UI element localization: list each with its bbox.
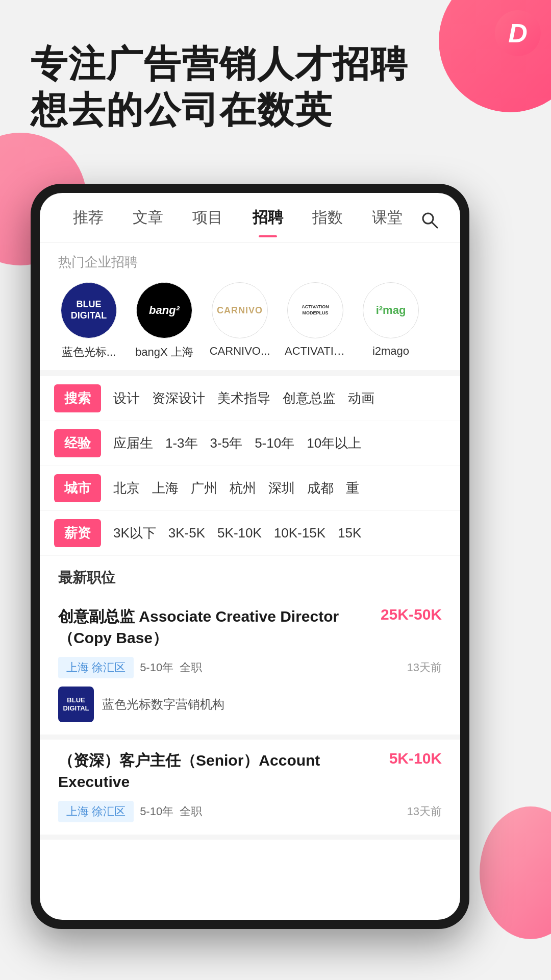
job-exp-2: 5-10年: [140, 804, 173, 819]
filter-option-animation[interactable]: 动画: [348, 389, 374, 407]
section-divider: [40, 370, 460, 376]
filter-option-art-director[interactable]: 美术指导: [217, 389, 270, 407]
job-card-2[interactable]: （资深）客户主任（Senior）Account Executive 5K-10K…: [40, 740, 460, 840]
company-item-bangx[interactable]: bang² bangX 上海: [134, 282, 195, 360]
hero-title: 专注广告营销人才招聘 想去的公司在数英: [31, 41, 480, 133]
job-title-1: 创意副总监 Associate Creative Director（Copy B…: [58, 606, 370, 649]
filter-option-3k-5k[interactable]: 3K-5K: [168, 525, 205, 541]
filter-row-city: 城市 北京 上海 广州 杭州 深圳 成都 重: [40, 466, 460, 511]
phone-frame: 推荐 文章 项目 招聘 指数 课堂 热门企业招聘 B: [31, 184, 469, 929]
filter-option-1-3[interactable]: 1-3年: [165, 434, 198, 452]
filter-section: 搜索 设计 资深设计 美术指导 创意总监 动画 经验 应届生 1-3年 3-5年…: [40, 376, 460, 556]
filter-badge-salary[interactable]: 薪资: [54, 519, 101, 547]
jobs-label: 最新职位: [40, 556, 460, 596]
filter-option-hangzhou[interactable]: 杭州: [230, 479, 256, 497]
company-name-bangx: bangX 上海: [135, 345, 193, 360]
filter-badge-experience[interactable]: 经验: [54, 429, 101, 457]
job-title-row-1: 创意副总监 Associate Creative Director（Copy B…: [58, 606, 442, 649]
filter-option-design[interactable]: 设计: [113, 389, 140, 407]
filter-option-chengdu[interactable]: 成都: [307, 479, 334, 497]
company-logo-bangx: bang²: [136, 282, 192, 338]
filter-badge-search[interactable]: 搜索: [54, 384, 101, 412]
nav-bar: 推荐 文章 项目 招聘 指数 课堂: [40, 193, 460, 243]
job-card-1[interactable]: 创意副总监 Associate Creative Director（Copy B…: [40, 596, 460, 740]
filter-option-senior-design[interactable]: 资深设计: [152, 389, 205, 407]
company-name-activation: ACTIVATIO...: [285, 345, 346, 358]
filter-option-3-5[interactable]: 3-5年: [210, 434, 243, 452]
jobs-section: 最新职位 创意副总监 Associate Creative Director（C…: [40, 556, 460, 920]
filter-option-10k-15k[interactable]: 10K-15K: [274, 525, 325, 541]
filter-badge-city[interactable]: 城市: [54, 474, 101, 502]
company-item-carnivo[interactable]: CARNIVO CARNIVO...: [209, 282, 270, 360]
job-tags-row-1: 上海 徐汇区 5-10年 全职 13天前: [58, 657, 442, 678]
filter-row-search: 搜索 设计 资深设计 美术指导 创意总监 动画: [40, 376, 460, 421]
filter-option-3k-below[interactable]: 3K以下: [113, 524, 156, 542]
job-salary-1: 25K-50K: [381, 606, 442, 623]
filter-option-fresh[interactable]: 应届生: [113, 434, 153, 452]
job-type-1: 全职: [180, 660, 202, 675]
filter-row-experience: 经验 应届生 1-3年 3-5年 5-10年 10年以上: [40, 421, 460, 466]
job-date-1: 13天前: [407, 660, 442, 675]
job-date-2: 13天前: [407, 804, 442, 819]
company-name-blue-digital: 蓝色光标...: [62, 345, 116, 360]
company-logo-blue-digital: BLUEDIGITAL: [61, 282, 117, 338]
hot-companies-label: 热门企业招聘: [40, 243, 460, 277]
job-location-2: 上海 徐汇区: [58, 801, 134, 822]
phone-wrapper: 推荐 文章 项目 招聘 指数 课堂 热门企业招聘 B: [31, 184, 551, 980]
companies-list: BLUEDIGITAL 蓝色光标... bang² bangX 上海 CARNI…: [40, 277, 460, 370]
job-salary-2: 5K-10K: [389, 750, 442, 767]
filter-option-more-city[interactable]: 重: [346, 479, 359, 497]
nav-item-recommend[interactable]: 推荐: [58, 207, 118, 232]
job-location-1: 上海 徐汇区: [58, 657, 134, 678]
filter-option-5-10[interactable]: 5-10年: [255, 434, 294, 452]
logo-letter: D: [508, 18, 528, 48]
filter-row-salary: 薪资 3K以下 3K-5K 5K-10K 10K-15K 15K: [40, 511, 460, 556]
filter-option-shenzhen[interactable]: 深圳: [268, 479, 295, 497]
company-row-1: BLUEDIGITAL 蓝色光标数字营销机构: [58, 687, 442, 722]
nav-item-course[interactable]: 课堂: [358, 207, 417, 232]
company-name-carnivo: CARNIVO...: [210, 345, 270, 358]
phone-screen: 推荐 文章 项目 招聘 指数 课堂 热门企业招聘 B: [40, 193, 460, 920]
job-title-row-2: （资深）客户主任（Senior）Account Executive 5K-10K: [58, 750, 442, 793]
hero-line1: 专注广告营销人才招聘: [31, 43, 408, 84]
job-title-2: （资深）客户主任（Senior）Account Executive: [58, 750, 379, 793]
filter-option-5k-10k[interactable]: 5K-10K: [217, 525, 262, 541]
search-icon[interactable]: [417, 208, 442, 232]
company-logo-i2mago: i²mag: [363, 282, 419, 338]
svg-line-1: [432, 223, 437, 228]
nav-item-jobs[interactable]: 招聘: [238, 207, 297, 232]
company-mini-logo-1: BLUEDIGITAL: [58, 687, 94, 722]
job-exp-1: 5-10年: [140, 660, 173, 675]
nav-item-article[interactable]: 文章: [118, 207, 178, 232]
filter-option-creative-director[interactable]: 创意总监: [283, 389, 336, 407]
hero-section: 专注广告营销人才招聘 想去的公司在数英: [31, 41, 480, 133]
hero-line2: 想去的公司在数英: [31, 89, 333, 130]
filter-option-guangzhou[interactable]: 广州: [191, 479, 217, 497]
company-logo-carnivo: CARNIVO: [212, 282, 268, 338]
job-type-2: 全职: [180, 804, 202, 819]
company-name-i2mago: i2mago: [372, 345, 409, 358]
nav-item-index[interactable]: 指数: [297, 207, 357, 232]
nav-item-project[interactable]: 项目: [178, 207, 238, 232]
filter-option-shanghai[interactable]: 上海: [152, 479, 179, 497]
company-mini-name-1: 蓝色光标数字营销机构: [102, 696, 224, 713]
filter-option-10plus[interactable]: 10年以上: [307, 434, 361, 452]
company-item-i2mago[interactable]: i²mag i2mago: [360, 282, 421, 360]
filter-option-15kplus[interactable]: 15K: [338, 525, 361, 541]
company-item-activation[interactable]: ACTIVATIONMODEPLUS ACTIVATIO...: [285, 282, 346, 360]
company-item-blue-digital[interactable]: BLUEDIGITAL 蓝色光标...: [58, 282, 119, 360]
app-logo[interactable]: D: [495, 10, 541, 56]
filter-option-beijing[interactable]: 北京: [113, 479, 140, 497]
company-logo-activation: ACTIVATIONMODEPLUS: [287, 282, 343, 338]
job-tags-row-2: 上海 徐汇区 5-10年 全职 13天前: [58, 801, 442, 822]
